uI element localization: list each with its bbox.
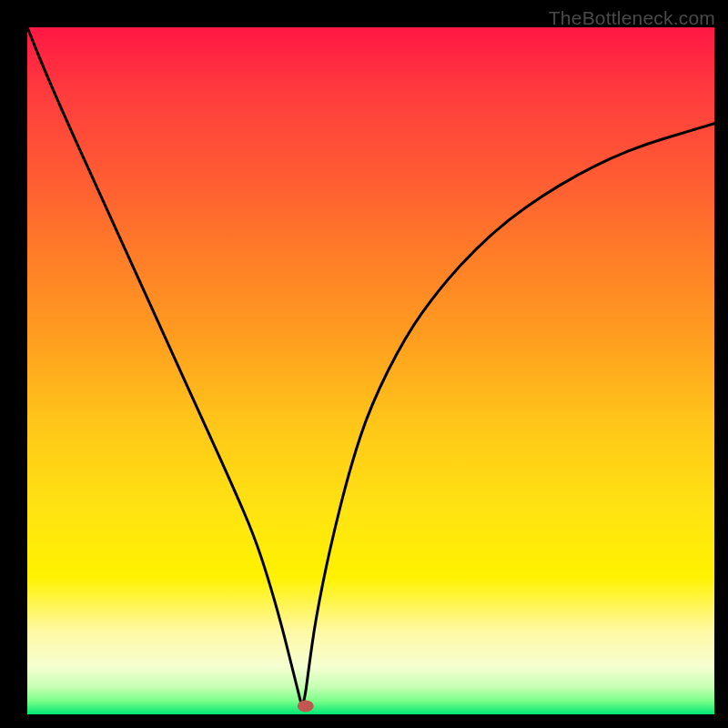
plot-area — [27, 27, 714, 714]
optimal-marker — [298, 700, 314, 712]
bottleneck-curve-svg — [27, 27, 714, 714]
watermark-text: TheBottleneck.com — [549, 7, 715, 29]
bottleneck-curve — [27, 27, 714, 704]
chart-stage: TheBottleneck.com — [0, 0, 728, 728]
